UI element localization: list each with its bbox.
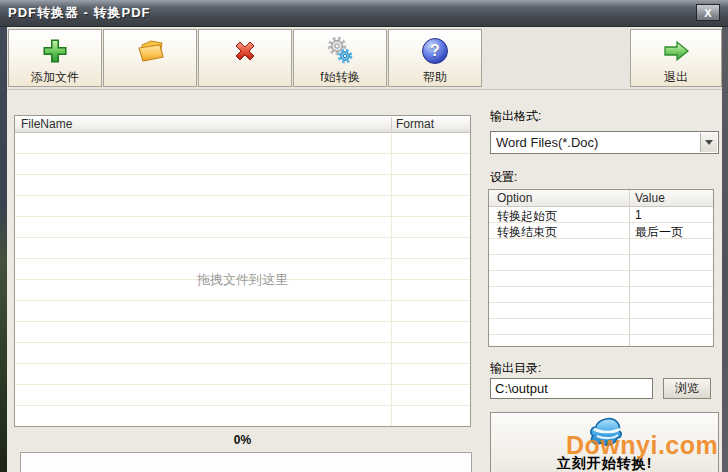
delete-x-icon	[230, 35, 260, 67]
progress-bar	[20, 452, 472, 472]
close-button[interactable]: X	[696, 4, 720, 21]
remove-file-button[interactable]	[198, 29, 292, 87]
settings-table-header: Option Value	[489, 190, 713, 207]
output-format-value: Word Files(*.Doc)	[496, 132, 598, 153]
exit-arrow-icon	[661, 35, 691, 67]
title-bar: PDF转换器 - 转换PDF X	[0, 0, 728, 27]
add-plus-icon	[41, 35, 69, 67]
drag-drop-hint: 拖拽文件到这里	[15, 271, 470, 289]
combo-dropdown-button[interactable]	[700, 133, 717, 152]
help-icon: ?	[422, 35, 448, 67]
value-end-page[interactable]: 最后一页	[635, 224, 683, 241]
output-dir-label: 输出目录:	[490, 360, 541, 377]
column-value[interactable]: Value	[635, 191, 665, 205]
help-button[interactable]: ? 帮助	[388, 29, 482, 87]
start-convert-label: f始转换	[320, 69, 359, 84]
start-now-label: 立刻开始转换!	[491, 455, 718, 472]
window-title: PDF转换器 - 转换PDF	[8, 0, 151, 26]
progress-percent: 0%	[14, 433, 471, 447]
exit-label: 退出	[664, 69, 688, 84]
column-format[interactable]: Format	[396, 117, 434, 131]
exit-button[interactable]: 退出	[630, 29, 722, 87]
add-files-button[interactable]: 添加文件	[8, 29, 102, 87]
settings-table[interactable]: Option Value 转换起始页 1 转换结束页 最后一页	[488, 189, 714, 347]
file-list-header: FileName Format	[15, 116, 470, 133]
option-end-page: 转换结束页	[497, 224, 557, 241]
downyi-logo-icon	[586, 415, 626, 452]
table-row[interactable]: 转换起始页 1	[489, 207, 713, 223]
settings-column-line	[629, 190, 630, 346]
column-divider	[391, 117, 392, 131]
output-dir-input[interactable]	[490, 378, 653, 399]
browse-button[interactable]: 浏览	[663, 378, 711, 399]
start-now-button[interactable]: 立刻开始转换!	[490, 412, 719, 472]
chevron-down-icon	[705, 140, 713, 145]
desktop-background-right	[722, 27, 728, 472]
desktop-background-left	[0, 27, 7, 472]
table-row[interactable]: 转换结束页 最后一页	[489, 223, 713, 239]
column-option[interactable]: Option	[497, 191, 532, 205]
file-list-body[interactable]: 拖拽文件到这里	[15, 133, 470, 426]
file-list[interactable]: FileName Format 拖拽文件到这里	[14, 115, 471, 427]
toolbar: 添加文件	[7, 27, 722, 90]
output-format-label: 输出格式:	[490, 108, 541, 125]
open-folder-button[interactable]	[103, 29, 197, 87]
folder-icon	[134, 35, 166, 67]
app-window: PDF转换器 - 转换PDF X 添加文件	[0, 0, 728, 472]
add-files-label: 添加文件	[31, 69, 79, 84]
settings-label: 设置:	[490, 169, 517, 186]
question-mark-glyph: ?	[422, 38, 448, 64]
gears-icon	[325, 35, 355, 67]
output-format-select[interactable]: Word Files(*.Doc)	[490, 131, 719, 154]
column-filename[interactable]: FileName	[21, 117, 72, 131]
value-start-page[interactable]: 1	[635, 208, 642, 222]
start-convert-button[interactable]: f始转换	[293, 29, 387, 87]
settings-table-body: 转换起始页 1 转换结束页 最后一页	[489, 207, 713, 346]
help-label: 帮助	[423, 69, 447, 84]
